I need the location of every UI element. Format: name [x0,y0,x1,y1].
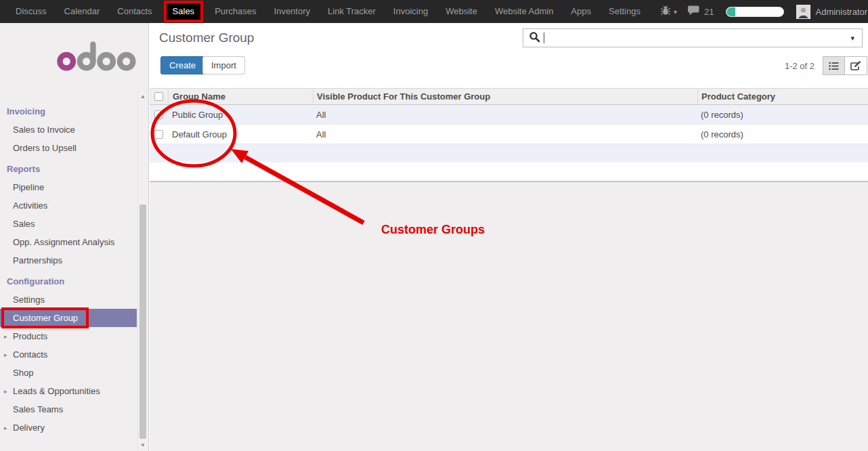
sidebar-item-label: Products [13,331,47,341]
topbar-right-tools: ▾ 21 Administ [649,5,868,19]
sidebar-item-shop[interactable]: Shop [0,364,137,382]
sidebar-item-contacts[interactable]: ▸ Contacts [0,345,137,364]
expand-caret-icon: ▸ [4,351,7,360]
search-input[interactable] [544,30,850,46]
sidebar-item-label: Customer Group [13,313,78,323]
nav-item-settings[interactable]: Settings [600,0,649,23]
empty-row [150,144,868,163]
search-icon [529,31,540,45]
sidebar-menu: Invoicing Sales to Invoice Orders to Ups… [0,102,137,437]
view-switcher [823,56,867,75]
sidebar: Invoicing Sales to Invoice Orders to Ups… [0,23,149,451]
chevron-down-icon: ▾ [674,8,677,16]
sidebar-scrollbar[interactable]: ▲ ▼ [137,91,148,451]
cell-product-category: (0 records) [697,110,868,120]
import-button[interactable]: Import [202,56,245,74]
pager: 1-2 of 2 [785,61,815,71]
cell-group-name: Default Group [168,129,313,139]
timer-progress-fill [726,7,735,16]
bug-icon [660,5,671,18]
nav-item-discuss[interactable]: Discuss [7,0,56,23]
timer-progress [726,7,784,17]
nav-item-link-tracker[interactable]: Link Tracker [319,0,385,23]
top-menu-bar: Discuss Calendar Contacts Sales Purchase… [0,0,868,23]
sidebar-item-sales[interactable]: Sales [0,215,137,233]
row-checkbox[interactable] [154,110,163,119]
sidebar-item-sales-teams[interactable]: Sales Teams [0,400,137,418]
sidebar-item-leads-opportunities[interactable]: ▸ Leads & Opportunities [0,382,137,400]
nav-item-apps[interactable]: Apps [562,0,600,23]
debug-menu[interactable]: ▾ [660,5,677,18]
sidebar-item-delivery[interactable]: ▸ Delivery [0,418,137,437]
cell-product-category: (0 records) [697,129,868,139]
sidebar-item-settings[interactable]: Settings [0,291,137,309]
scroll-up-icon[interactable]: ▲ [138,93,148,100]
list-icon [829,62,839,70]
sidebar-item-partnerships[interactable]: Partnerships [0,251,137,270]
sidebar-heading-configuration: Configuration [0,272,137,291]
form-view-button[interactable] [845,56,867,75]
top-nav: Discuss Calendar Contacts Sales Purchase… [7,0,649,23]
sidebar-item-pipeline[interactable]: Pipeline [0,178,137,196]
sidebar-item-activities[interactable]: Activities [0,196,137,215]
sidebar-section-reports: Reports Pipeline Activities Sales Opp. A… [0,160,137,270]
customer-group-list: Group Name Visible Product For This Cust… [150,88,868,181]
select-all-checkbox[interactable] [154,92,163,101]
column-header-group-name[interactable]: Group Name [168,89,313,104]
table-row[interactable]: Public Group All (0 records) [150,105,868,125]
nav-item-inventory[interactable]: Inventory [265,0,319,23]
cell-group-name: Public Group [168,110,313,120]
page-title: Customer Group [159,30,254,45]
nav-item-contacts[interactable]: Contacts [108,0,160,23]
select-all-cell [150,89,168,104]
nav-item-website[interactable]: Website [437,0,486,23]
nav-item-invoicing[interactable]: Invoicing [385,0,437,23]
table-header-row: Group Name Visible Product For This Cust… [150,88,868,105]
odoo-app-window: Discuss Calendar Contacts Sales Purchase… [0,0,868,451]
expand-caret-icon: ▸ [4,424,7,433]
search-dropdown-caret-icon[interactable]: ▾ [850,34,854,43]
empty-row [150,163,868,181]
nav-item-sales-active[interactable]: Sales [164,1,204,22]
sidebar-section-configuration: Configuration Settings Customer Group ▸ … [0,272,137,437]
row-checkbox[interactable] [154,130,163,139]
cell-visible-product: All [313,110,697,120]
expand-caret-icon: ▸ [4,332,7,341]
scrollbar-thumb[interactable] [139,205,146,439]
nav-item-website-admin[interactable]: Website Admin [486,0,562,23]
sidebar-item-sales-to-invoice[interactable]: Sales to Invoice [0,121,137,139]
cell-visible-product: All [313,129,697,139]
expand-caret-icon: ▸ [4,387,7,396]
sidebar-section-invoicing: Invoicing Sales to Invoice Orders to Ups… [0,102,137,157]
sidebar-item-opp-assignment-analysis[interactable]: Opp. Assignment Analysis [0,233,137,251]
sidebar-heading-reports: Reports [0,160,137,178]
row-select-cell [150,105,168,124]
scroll-down-icon[interactable]: ▼ [138,442,148,448]
column-header-visible-product[interactable]: Visible Product For This Customer Group [313,89,697,104]
nav-item-purchases[interactable]: Purchases [206,0,265,23]
main-content: Customer Group ▾ Create Import 1-2 of 2 [150,23,868,451]
sidebar-item-label: Leads & Opportunities [13,386,100,396]
edit-icon [850,61,861,70]
user-menu[interactable]: Administrator (braintree) [815,7,868,17]
odoo-logo[interactable] [57,41,137,74]
sidebar-item-customer-group-selected[interactable]: Customer Group [0,309,137,327]
column-header-product-category[interactable]: Product Category [697,89,868,104]
search-view: ▾ [523,28,863,47]
chat-bubble-icon [688,5,701,18]
sidebar-item-orders-to-upsell[interactable]: Orders to Upsell [0,139,137,157]
nav-item-calendar[interactable]: Calendar [56,0,109,23]
list-view-button[interactable] [823,56,845,75]
user-avatar[interactable] [796,5,810,19]
content-background [150,181,868,451]
sidebar-heading-invoicing: Invoicing [0,102,137,121]
sidebar-item-products[interactable]: ▸ Products [0,327,137,345]
row-select-cell [150,125,168,144]
sidebar-item-label: Delivery [13,423,45,433]
create-button[interactable]: Create [160,56,204,74]
messages-button[interactable]: 21 [688,5,714,18]
messages-count: 21 [704,7,714,17]
sidebar-item-label: Contacts [13,349,47,360]
table-row[interactable]: Default Group All (0 records) [150,125,868,144]
